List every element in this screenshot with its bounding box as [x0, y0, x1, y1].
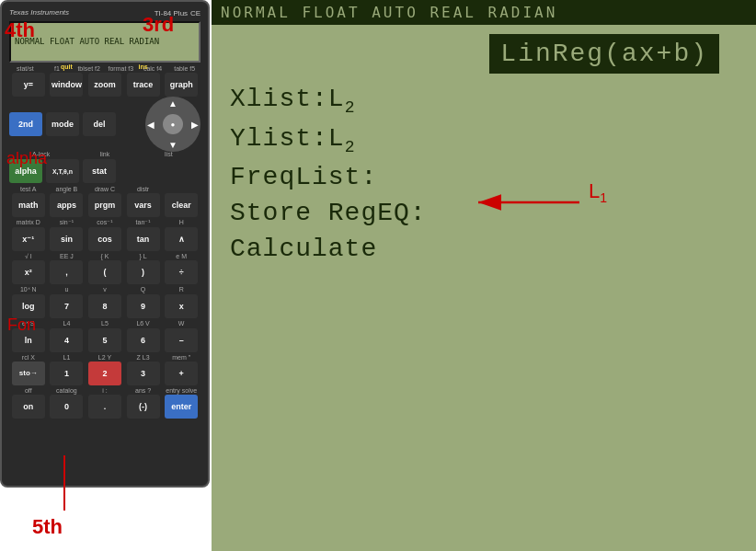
caret-button[interactable]: ∧ — [165, 227, 198, 251]
vars-button[interactable]: vars — [127, 193, 160, 217]
prgm-button[interactable]: prgm — [88, 193, 121, 217]
nav-right[interactable]: ▶ — [191, 120, 199, 130]
on-button[interactable]: on — [12, 395, 45, 419]
annotation-3rd: 3rd — [143, 13, 174, 37]
apps-button[interactable]: apps — [50, 193, 83, 217]
2nd-button[interactable]: 2nd — [9, 112, 42, 136]
divide-button[interactable]: ÷ — [165, 260, 198, 284]
graph-button[interactable]: graph — [165, 73, 198, 97]
9-button[interactable]: 9 — [127, 294, 160, 318]
decimal-button[interactable]: . — [88, 395, 121, 419]
row10-buttons: on 0 . (-) enter — [6, 394, 204, 419]
nav-up[interactable]: ▲ — [168, 98, 178, 109]
y-equals-button[interactable]: y= — [12, 73, 45, 97]
lparen-button[interactable]: ( — [88, 260, 121, 284]
ti-logo: Texas Instruments — [9, 9, 69, 17]
display-line-2: Ylist:L2 — [230, 122, 738, 158]
row4-buttons: math apps prgm vars clear — [6, 192, 204, 218]
ylist-subscript: 2 — [345, 137, 356, 155]
minus-button[interactable]: – — [165, 328, 198, 352]
4-button[interactable]: 4 — [50, 328, 83, 352]
8-button[interactable]: 8 — [88, 294, 121, 318]
sto-button[interactable]: sto→ — [12, 362, 45, 385]
command-box: LinReg(ax+b) — [489, 34, 719, 74]
1-button[interactable]: 1 — [50, 362, 83, 385]
row4-labels: test A angle B draw C distr — [6, 185, 204, 192]
nav-down[interactable]: ▼ — [168, 140, 178, 150]
tan-button[interactable]: tan — [127, 227, 160, 251]
nav-ring[interactable]: ▲ ▼ ◀ ▶ ● — [145, 97, 200, 152]
0-button[interactable]: 0 — [50, 395, 83, 419]
xsquared-button[interactable]: x² — [12, 260, 45, 284]
2-button[interactable]: 2 — [88, 362, 121, 385]
annotation-alpha: alpha — [6, 149, 47, 168]
row7-labels: 10ˣ N u v Q R — [6, 285, 204, 293]
display-line-5: Calculate — [230, 233, 738, 265]
clear-button[interactable]: clear — [165, 193, 198, 217]
annotation-5th: 5th — [32, 515, 63, 539]
trace-button[interactable]: ins trace — [127, 73, 160, 97]
row9-buttons: sto→ 1 2 3 + — [6, 361, 204, 386]
nav-left[interactable]: ◀ — [147, 120, 155, 130]
display-line-3: FreqList: — [230, 161, 738, 193]
trace-top-label: ins — [127, 63, 160, 70]
xinverse-button[interactable]: x⁻¹ — [12, 227, 45, 251]
xlist-subscript: 2 — [345, 98, 356, 117]
multiply-button[interactable]: x — [165, 294, 198, 318]
plus-button[interactable]: + — [165, 362, 198, 385]
row1-buttons: y= quit window zoom ins trace graph — [6, 72, 204, 98]
nav-pad-container: ▲ ▼ ◀ ▶ ● — [145, 101, 200, 147]
3-button[interactable]: 3 — [127, 362, 160, 385]
math-button[interactable]: math — [12, 193, 45, 217]
annotation-4th: 4th — [5, 18, 35, 42]
5-button[interactable]: 5 — [88, 328, 121, 352]
annotation-fon: Fon — [7, 316, 36, 335]
annotation-l1: L1 — [589, 179, 607, 205]
window-button[interactable]: quit window — [50, 73, 83, 97]
window-top-label: quit — [50, 63, 83, 70]
calc-screen-text: NORMAL FLOAT AUTO REAL RADIAN — [15, 37, 159, 48]
display-line-1: Xlist:L2 — [230, 83, 738, 119]
comma-button[interactable]: , — [50, 260, 83, 284]
7-button[interactable]: 7 — [50, 294, 83, 318]
nav-center[interactable]: ● — [163, 114, 183, 134]
calc-header: Texas Instruments TI-84 Plus CE — [6, 6, 204, 19]
6-button[interactable]: 6 — [127, 328, 160, 352]
zoom-button[interactable]: zoom — [88, 73, 121, 97]
rparen-button[interactable]: ) — [127, 260, 160, 284]
row5-buttons: x⁻¹ sin cos tan ∧ — [6, 226, 204, 252]
sin-button[interactable]: sin — [50, 227, 83, 251]
display-line-4: Store RegEQ: — [230, 197, 738, 229]
negate-button[interactable]: (-) — [127, 395, 160, 419]
calculator: Texas Instruments TI-84 Plus CE NORMAL F… — [0, 0, 210, 488]
stat-button[interactable]: stat — [83, 159, 116, 183]
row9-labels: rcl X L1 L2 Y Z L3 mem " — [6, 353, 204, 361]
del-button[interactable]: del — [83, 112, 116, 136]
row5-labels: matrix D sin⁻¹ cos⁻¹ tan⁻¹ H — [6, 218, 204, 226]
cos-button[interactable]: cos — [88, 227, 121, 251]
row1-labels: stat/st f1 tblset f2 format f3 calc f4 t… — [6, 64, 204, 72]
xtthetan-button[interactable]: X,T,θ,n — [46, 159, 79, 183]
row2-buttons: 2nd mode del ▲ ▼ ◀ ▶ ● — [6, 98, 204, 151]
mode-button[interactable]: mode — [46, 112, 79, 136]
display-header: NORMAL FLOAT AUTO REAL RADIAN — [212, 0, 756, 25]
enter-button[interactable]: enter — [165, 395, 198, 419]
display-content: LinReg(ax+b) Xlist:L2 Ylist:L2 FreqList:… — [212, 25, 756, 551]
row6-labels: √ I EE J { K } L e M — [6, 252, 204, 259]
row6-buttons: x² , ( ) ÷ — [6, 259, 204, 285]
row10-labels: off catalog i : ans ? entry solve — [6, 386, 204, 394]
main-display: NORMAL FLOAT AUTO REAL RADIAN LinReg(ax+… — [212, 0, 756, 551]
